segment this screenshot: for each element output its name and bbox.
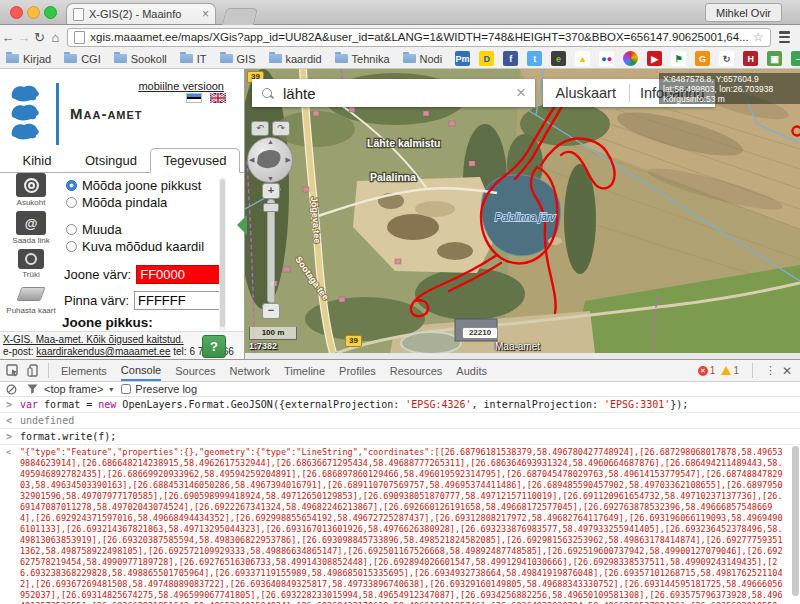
error-count[interactable]: 1	[710, 365, 716, 376]
devtools-tab-console[interactable]: Console	[121, 360, 161, 381]
overview-globe-control[interactable]: ▲ ▼ ◀ ▶	[247, 137, 293, 183]
preserve-log-checkbox[interactable]	[121, 384, 131, 394]
console-entry[interactable]: >var format = new OpenLayers.Format.GeoJ…	[0, 397, 800, 413]
console-entry[interactable]: >format.write(f);	[0, 429, 800, 445]
pan-east-icon[interactable]: ▶	[286, 156, 291, 164]
radio-button[interactable]	[66, 197, 77, 208]
pan-back-button[interactable]: ↶	[251, 121, 269, 136]
basemap-button[interactable]: Aluskaart	[543, 85, 629, 101]
map-viewport[interactable]: Lähte kalmistu Palalinna Palalinna järv …	[245, 69, 800, 359]
zoom-slider-track[interactable]	[267, 199, 275, 303]
bookmark-folder[interactable]: IT	[180, 53, 207, 65]
h-red-favicon[interactable]: H	[743, 51, 758, 66]
inspect-element-icon[interactable]	[6, 364, 19, 377]
evernote-favicon[interactable]: e	[551, 51, 566, 66]
golf-favicon[interactable]: ⚑	[671, 51, 686, 66]
picasa-favicon[interactable]	[623, 51, 638, 66]
preserve-log-toggle[interactable]: Preserve log	[121, 383, 197, 395]
devtools-menu-icon[interactable]: ⋮	[765, 364, 775, 377]
bookmark-folder[interactable]: Sookoll	[114, 53, 167, 65]
aerial-map[interactable]: Lähte kalmistu Palalinna Palalinna järv …	[245, 69, 800, 353]
devtools-tab-network[interactable]: Network	[230, 360, 270, 381]
mobile-version-link[interactable]: mobiilne versioon	[138, 80, 224, 92]
measure-option[interactable]: Mõõda joone pikkust	[66, 177, 204, 193]
delfi-favicon[interactable]: D	[479, 51, 494, 66]
pan-north-icon[interactable]: ▲	[267, 138, 274, 145]
line-color-field[interactable]	[136, 265, 222, 284]
footer-copyright-link[interactable]: X-GIS. Maa-amet. Kõik õigused kaitstud.	[3, 334, 184, 345]
back-button[interactable]: ←	[0, 30, 16, 45]
console-entry[interactable]: <undefined	[0, 413, 800, 429]
tab-kihid[interactable]: Kihid	[0, 148, 74, 172]
map-search-box[interactable]: ×	[252, 79, 535, 107]
devtools-tab-timeline[interactable]: Timeline	[284, 360, 325, 381]
address-bar[interactable]: xgis.maaamet.ee/maps/XGis?app_id=UU82A&u…	[67, 28, 770, 47]
console-output[interactable]: >var format = new OpenLayers.Format.GeoJ…	[0, 397, 800, 604]
devtools-tab-profiles[interactable]: Profiles	[339, 360, 376, 381]
search-clear-icon[interactable]: ×	[516, 83, 526, 103]
warning-count[interactable]: 1	[733, 365, 739, 376]
measure-option[interactable]: Muuda	[66, 221, 204, 237]
drive-favicon[interactable]: ▲	[575, 51, 590, 66]
bookmark-folder[interactable]: Tehnika	[335, 53, 390, 65]
home-button[interactable]: ⌂	[47, 30, 63, 45]
warning-icon[interactable]	[721, 366, 731, 375]
zoom-in-button[interactable]: +	[262, 183, 280, 199]
tab-close-icon[interactable]: ×	[202, 9, 209, 19]
fill-color-field[interactable]	[134, 291, 220, 310]
error-icon[interactable]: ✕	[698, 366, 708, 376]
devtools-tab-elements[interactable]: Elements	[61, 360, 107, 381]
devtools-close-icon[interactable]: ✕	[782, 364, 792, 378]
bookmark-folder[interactable]: kaardid	[269, 53, 322, 65]
postimees-favicon[interactable]: Pm	[455, 51, 470, 66]
refresh-favicon[interactable]: ↻	[719, 51, 734, 66]
pan-west-icon[interactable]: ◀	[249, 156, 254, 164]
zoom-button[interactable]	[44, 6, 57, 19]
url-text[interactable]: xgis.maaamet.ee/maps/XGis?app_id=UU82A&u…	[90, 31, 748, 43]
console-scrollbar[interactable]	[792, 446, 799, 596]
close-button[interactable]	[10, 6, 23, 19]
reload-button[interactable]: ↻	[32, 30, 48, 45]
measure-option[interactable]: Mõõda pindala	[66, 194, 204, 210]
bookmark-star-icon[interactable]: ☆	[753, 30, 764, 44]
tab-otsingud[interactable]: Otsingud	[74, 148, 148, 172]
radio-button[interactable]	[66, 224, 77, 235]
menu-icon[interactable]	[779, 31, 791, 43]
youtube-favicon[interactable]: ▶	[647, 51, 662, 66]
green-dash-favicon[interactable]: –	[791, 51, 800, 66]
search-input[interactable]	[281, 84, 516, 103]
photo-green-favicon[interactable]: ▣	[767, 51, 782, 66]
forward-button[interactable]: →	[16, 30, 32, 45]
new-tab-button[interactable]	[222, 8, 258, 25]
pan-forward-button[interactable]: ↷	[272, 121, 290, 136]
bookmark-folder[interactable]: Kirjad	[6, 53, 51, 65]
clear-console-icon[interactable]	[6, 384, 17, 395]
uk-flag-icon[interactable]	[210, 93, 226, 103]
facebook-favicon[interactable]: f	[503, 51, 518, 66]
browser-tab[interactable]: X-GIS(2) - Maainfo ×	[66, 3, 216, 24]
flickr-favicon[interactable]: ●●	[599, 51, 614, 66]
panel-scrollbar[interactable]	[219, 177, 226, 331]
radio-button[interactable]	[66, 241, 77, 252]
devtools-tab-sources[interactable]: Sources	[175, 360, 215, 381]
bookmark-folder[interactable]: GIS	[220, 53, 256, 65]
console-entry[interactable]: <"{"type":"Feature","properties":{},"geo…	[0, 445, 800, 604]
frame-selector[interactable]: <top frame> ▾	[44, 383, 121, 395]
g-orange-favicon[interactable]: G	[695, 51, 710, 66]
panel-collapse-arrow[interactable]	[237, 215, 247, 235]
zoom-out-button[interactable]: −	[262, 303, 280, 319]
measure-option[interactable]: Kuva mõõdud kaardil	[66, 238, 204, 254]
estonian-flag-icon[interactable]	[186, 93, 202, 103]
tab-tegevused[interactable]: Tegevused	[150, 148, 240, 173]
device-mode-icon[interactable]	[27, 364, 39, 377]
radio-button[interactable]	[66, 180, 77, 191]
bookmark-folder[interactable]: Nodi	[403, 53, 443, 65]
tool-item[interactable]: @Saada link	[0, 211, 62, 245]
filter-icon[interactable]	[27, 384, 38, 394]
help-button[interactable]: ?	[202, 335, 226, 358]
email-link[interactable]: kaardirakendus@maaamet.ee	[36, 346, 170, 357]
tool-item[interactable]: Trüki	[0, 249, 62, 279]
devtools-tab-audits[interactable]: Audits	[456, 360, 487, 381]
tool-item[interactable]: Asukoht	[0, 173, 62, 207]
tool-item[interactable]: Puhasta kaart	[0, 283, 62, 315]
